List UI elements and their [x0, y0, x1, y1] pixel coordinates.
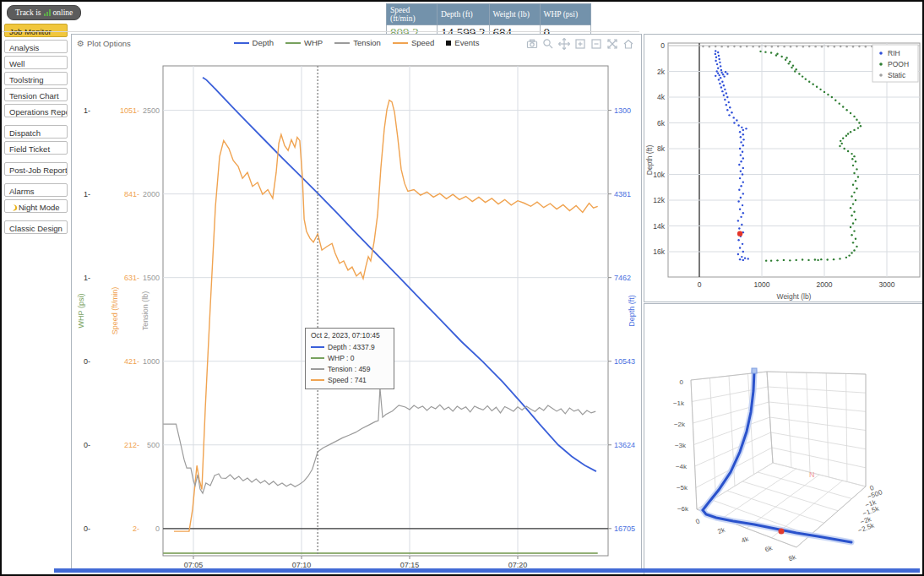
svg-text:−2.5k: −2.5k: [857, 521, 877, 535]
svg-text:N: N: [809, 470, 815, 479]
stat-header: Weight (lb): [489, 4, 540, 25]
svg-text:10k: 10k: [653, 171, 665, 179]
sidebar-item-well[interactable]: Well: [4, 56, 68, 69]
sidebar-nav: Job MonitorAnalysisWellToolstringTension…: [3, 24, 68, 236]
svg-text:−2k: −2k: [674, 421, 686, 428]
track-status-button[interactable]: Track is online: [7, 5, 81, 20]
sidebar-item-tension-chart[interactable]: Tension Chart: [4, 88, 68, 101]
sidebar-item-label: Classic Design: [9, 224, 63, 233]
job-monitor-chart-panel: ⚙ Plot Options DepthWHPTensionSpeedEvent…: [71, 34, 642, 569]
svg-text:0-: 0-: [84, 441, 90, 449]
sidebar-item-job-monitor[interactable]: Job Monitor: [4, 24, 68, 37]
header-divider: [2, 31, 639, 32]
track-status-pre: Track is: [15, 8, 41, 17]
sidebar-item-night-mode[interactable]: Night Mode: [4, 199, 68, 213]
tooltip-row-whp: WHP : 0: [311, 352, 389, 363]
sidebar-item-label: Toolstring: [9, 75, 44, 84]
sidebar-item-post-job-report[interactable]: Post-Job Report: [4, 162, 68, 176]
signal-icon: [44, 9, 51, 16]
svg-text:8k: 8k: [657, 144, 666, 153]
sidebar-item-alarms[interactable]: Alarms: [4, 183, 68, 197]
sidebar-item-toolstring[interactable]: Toolstring: [4, 72, 68, 85]
svg-text:500: 500: [147, 441, 160, 449]
svg-text:1500: 1500: [143, 274, 160, 282]
line-swatch-icon: [311, 379, 324, 381]
tooltip-timestamp: Oct 2, 2023, 07:10:45: [311, 331, 389, 340]
svg-text:0: 0: [698, 280, 702, 289]
bottom-window-edge: [54, 568, 920, 573]
svg-text:0: 0: [680, 378, 684, 386]
svg-text:1-: 1-: [84, 106, 90, 115]
svg-text:−1.5k: −1.5k: [861, 504, 881, 518]
well-trajectory-3d-chart[interactable]: N0−1k−2k−3k−4k−5k−6k02k4k6k8k0−500−1k−1.…: [644, 304, 923, 574]
sidebar-item-label: Analysis: [9, 43, 39, 52]
svg-text:10543: 10543: [614, 357, 635, 366]
svg-text:2k: 2k: [716, 525, 726, 535]
svg-text:16705: 16705: [614, 524, 635, 533]
svg-text:Depth (ft): Depth (ft): [628, 295, 636, 327]
tooltip-value: Tension : 459: [328, 365, 371, 373]
sidebar-item-dispatch[interactable]: Dispatch: [4, 125, 68, 139]
svg-text:1300: 1300: [614, 106, 631, 115]
svg-text:12k: 12k: [653, 196, 665, 204]
sidebar-item-classic-design[interactable]: Classic Design: [4, 220, 68, 234]
svg-text:2500: 2500: [143, 106, 160, 115]
svg-text:WHP (psi): WHP (psi): [77, 294, 85, 329]
stat-header: WHP (psi): [540, 4, 590, 25]
svg-text:1-: 1-: [84, 274, 90, 282]
hover-tooltip: Oct 2, 2023, 07:10:45 Depth : 4337.9WHP …: [305, 328, 394, 389]
stat-header: Speed (ft/min): [387, 4, 438, 25]
svg-text:6k: 6k: [764, 544, 774, 554]
svg-text:0: 0: [155, 524, 160, 533]
weight-depth-scatter-chart[interactable]: 010002000300002k4k6k8k10k12k14k16kWeight…: [644, 35, 923, 302]
svg-text:13624: 13624: [614, 441, 635, 449]
stat-header: Depth (ft): [438, 4, 490, 25]
current-position-marker-3d: [779, 529, 785, 535]
sidebar-item-label: Field Ticket: [9, 144, 50, 154]
tooltip-row-depth: Depth : 4337.9: [311, 341, 389, 352]
svg-text:631-: 631-: [124, 274, 139, 282]
sidebar-item-field-ticket[interactable]: Field Ticket: [4, 141, 68, 155]
tooltip-row-speed: Speed : 741: [311, 374, 389, 385]
moon-icon: [8, 204, 16, 211]
sidebar-item-label: Night Mode: [19, 203, 60, 212]
svg-text:1000: 1000: [143, 357, 160, 366]
svg-text:−1k: −1k: [673, 399, 685, 407]
line-swatch-icon: [311, 346, 324, 348]
svg-text:Weight (lb): Weight (lb): [777, 292, 812, 301]
sidebar-item-label: Dispatch: [9, 128, 41, 138]
svg-text:16k: 16k: [653, 247, 665, 256]
app-window: Track is online Job MonitorAnalysisWellT…: [0, 0, 924, 576]
svg-text:−4k: −4k: [676, 463, 688, 470]
sidebar-item-operations-report[interactable]: Operations Report: [4, 104, 68, 117]
tooltip-value: WHP : 0: [328, 354, 355, 362]
svg-text:Tension (lb): Tension (lb): [141, 291, 149, 331]
tooltip-row-tension: Tension : 459: [311, 363, 389, 374]
svg-text:−3k: −3k: [675, 442, 687, 449]
timeseries-chart[interactable]: 1-1-1-0-0-0-1051-841-631-421-212-2-25002…: [72, 35, 643, 570]
svg-text:Static: Static: [888, 71, 906, 79]
svg-text:0: 0: [660, 41, 665, 50]
svg-text:1051-: 1051-: [120, 106, 139, 115]
sidebar-item-label: Post-Job Report: [9, 166, 68, 175]
svg-text:2k: 2k: [657, 68, 666, 76]
svg-text:0: 0: [694, 517, 701, 525]
svg-text:212-: 212-: [124, 441, 139, 449]
svg-text:1000: 1000: [754, 280, 770, 289]
svg-text:−6k: −6k: [677, 505, 689, 513]
svg-text:2000: 2000: [143, 190, 160, 198]
svg-text:−500: −500: [867, 488, 884, 501]
weight-depth-scatter-panel: 010002000300002k4k6k8k10k12k14k16kWeight…: [644, 34, 924, 302]
svg-text:0-: 0-: [84, 357, 90, 366]
svg-text:4k: 4k: [740, 535, 750, 545]
tooltip-value: Speed : 741: [328, 376, 367, 384]
svg-text:Depth (ft): Depth (ft): [645, 145, 654, 176]
svg-text:14k: 14k: [653, 222, 665, 231]
svg-text:2000: 2000: [817, 280, 833, 289]
sidebar-item-label: Well: [9, 59, 24, 68]
line-swatch-icon: [311, 368, 324, 370]
sidebar-item-analysis[interactable]: Analysis: [4, 40, 68, 53]
svg-text:3000: 3000: [879, 280, 895, 289]
track-status-post: online: [53, 8, 73, 17]
svg-text:8k: 8k: [787, 553, 797, 563]
